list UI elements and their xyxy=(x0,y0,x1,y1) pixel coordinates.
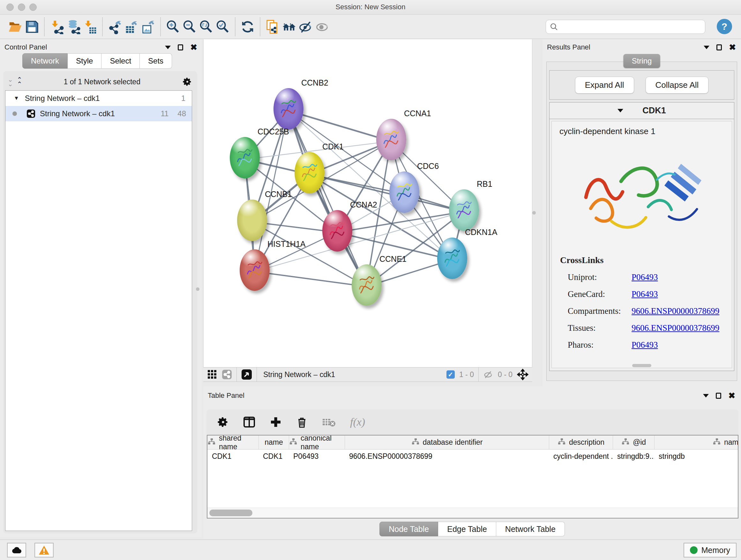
network-options-gear-icon[interactable] xyxy=(183,77,192,86)
results-panel-menu-icon[interactable] xyxy=(704,46,710,49)
edge-CCNB2-CCNE1[interactable] xyxy=(288,111,366,287)
close-results-panel-icon[interactable]: ✖ xyxy=(729,44,736,51)
search-input[interactable] xyxy=(558,21,705,33)
hide-selected-icon[interactable] xyxy=(297,18,314,36)
table-row[interactable]: CDK1CDK1P064939606.ENSP00000378699cyclin… xyxy=(207,449,738,463)
import-network-file-icon[interactable] xyxy=(49,18,65,36)
network-row-selected[interactable]: String Network – cdk1 11 48 xyxy=(5,106,192,121)
tab-node-table[interactable]: Node Table xyxy=(380,522,438,537)
tab-network[interactable]: Network xyxy=(22,53,68,69)
close-table-panel-icon[interactable]: ✖ xyxy=(728,392,735,399)
column-header-database-identifier[interactable]: database identifier xyxy=(345,435,549,449)
float-table-panel-icon[interactable] xyxy=(716,393,721,399)
selected-nodes-checkbox-icon[interactable]: ✓ xyxy=(447,370,455,379)
column-header--id[interactable]: @id xyxy=(613,435,654,449)
table-settings-gear-icon[interactable] xyxy=(217,416,229,428)
birdseye-view-icon[interactable] xyxy=(241,369,252,380)
network-view-title: String Network – cdk1 xyxy=(263,370,442,379)
edge-CCNB2-CCNA1[interactable] xyxy=(288,111,391,141)
search-box[interactable] xyxy=(546,20,705,34)
float-panel-icon[interactable] xyxy=(178,44,183,51)
tab-select[interactable]: Select xyxy=(102,53,140,69)
node-CDKN1A[interactable] xyxy=(437,238,467,279)
import-network-database-icon[interactable] xyxy=(65,18,82,36)
refresh-icon[interactable] xyxy=(239,18,256,36)
tab-network-table[interactable]: Network Table xyxy=(496,522,565,537)
duplicate-network-icon[interactable] xyxy=(264,18,281,36)
tab-style[interactable]: Style xyxy=(68,53,102,69)
delete-column-icon[interactable] xyxy=(296,416,308,428)
node-RB1[interactable] xyxy=(449,189,479,231)
collapse-gene-icon[interactable] xyxy=(617,109,623,112)
crosslink-link[interactable]: P06493 xyxy=(631,289,658,299)
node-CCNE1[interactable] xyxy=(352,264,382,306)
collapse-collection-icon[interactable]: ▼ xyxy=(14,95,19,102)
panel-menu-icon[interactable] xyxy=(165,46,171,49)
column-header-shared-name[interactable]: shared name xyxy=(207,435,259,449)
control-panel-tabs: NetworkStyleSelectSets xyxy=(22,53,172,69)
node-CDK1[interactable] xyxy=(294,152,325,193)
node-CDC25B[interactable] xyxy=(230,137,260,179)
export-table-icon[interactable] xyxy=(123,18,140,36)
tab-string[interactable]: String xyxy=(623,54,660,68)
expand-all-button[interactable]: Expand All xyxy=(575,77,634,94)
import-table-file-icon[interactable] xyxy=(82,18,98,36)
network-view-canvas[interactable]: CCNB2CCNA1CDC25BCDK1CDC6RB1CCNB1CCNA2CDK… xyxy=(203,39,532,367)
close-panel-icon[interactable]: ✖ xyxy=(190,44,197,51)
node-CCNA1[interactable] xyxy=(376,119,406,160)
tab-edge-table[interactable]: Edge Table xyxy=(438,522,496,537)
warnings-button[interactable] xyxy=(35,543,54,557)
show-all-icon[interactable] xyxy=(314,18,331,36)
node-CCNB1[interactable] xyxy=(237,199,267,241)
zoom-selected-icon[interactable] xyxy=(214,18,231,36)
fit-content-crosshair-icon[interactable] xyxy=(517,369,529,380)
grid-view-icon[interactable] xyxy=(207,369,217,380)
node-CDC6[interactable] xyxy=(389,172,419,213)
save-session-icon[interactable] xyxy=(23,18,40,36)
function-builder-button[interactable]: f(x) xyxy=(350,416,365,428)
delete-table-icon[interactable] xyxy=(322,417,336,428)
crosslink-link[interactable]: P06493 xyxy=(631,340,658,350)
crosslink-link[interactable]: P06493 xyxy=(631,272,658,282)
export-network-icon[interactable] xyxy=(107,18,123,36)
table-tabs: Node TableEdge TableNetwork Table xyxy=(203,522,741,537)
column-header-canonical-name[interactable]: canonical name xyxy=(289,435,345,449)
node-HIST1H1A[interactable] xyxy=(240,249,270,291)
table-panel-menu-icon[interactable] xyxy=(703,394,709,397)
column-header-description[interactable]: description xyxy=(549,435,613,449)
export-image-icon[interactable] xyxy=(140,18,156,36)
crosslink-link[interactable]: 9606.ENSP00000378699 xyxy=(631,323,719,333)
zoom-in-icon[interactable] xyxy=(165,18,181,36)
zoom-fit-icon[interactable] xyxy=(198,18,214,36)
cloud-status-button[interactable] xyxy=(7,543,26,557)
network-view-mode-icon[interactable] xyxy=(222,369,232,380)
memory-button[interactable]: Memory xyxy=(684,543,737,557)
open-session-icon[interactable] xyxy=(7,18,23,36)
node-CCNA2[interactable] xyxy=(322,210,352,252)
column-header-name[interactable]: name xyxy=(259,435,289,449)
help-button[interactable]: ? xyxy=(717,19,732,34)
scrollbar-thumb[interactable] xyxy=(209,509,253,516)
column-header-namespace[interactable]: namespace xyxy=(654,435,738,449)
left-splitter-handle[interactable] xyxy=(196,287,199,291)
column-label: database identifier xyxy=(423,438,483,447)
edge-HIST1H1A-CCNE1[interactable] xyxy=(255,272,366,287)
node-CCNB2[interactable] xyxy=(273,88,304,130)
float-results-panel-icon[interactable] xyxy=(717,44,722,51)
expand-all-networks-icon[interactable]: ⌄⌄ xyxy=(8,77,12,86)
collapse-all-networks-icon[interactable]: ⌃⌃ xyxy=(17,77,22,86)
network-collection-row[interactable]: ▼ String Network – cdk1 1 xyxy=(5,91,192,106)
edge-CDK1-RB1[interactable] xyxy=(309,174,463,212)
table-panel-title: Table Panel xyxy=(208,391,245,400)
tab-sets[interactable]: Sets xyxy=(140,53,172,69)
gene-section-header[interactable]: CDK1 xyxy=(549,103,734,119)
zoom-out-icon[interactable] xyxy=(181,18,198,36)
show-columns-icon[interactable] xyxy=(243,416,256,428)
first-neighbors-icon[interactable] xyxy=(281,18,297,36)
right-splitter-handle[interactable] xyxy=(532,211,536,214)
results-scrollbar-thumb[interactable] xyxy=(632,364,651,367)
crosslink-link[interactable]: 9606.ENSP00000378699 xyxy=(631,306,719,316)
collapse-all-button[interactable]: Collapse All xyxy=(646,77,709,94)
table-horizontal-scrollbar[interactable] xyxy=(207,508,738,518)
add-column-icon[interactable] xyxy=(270,416,282,428)
